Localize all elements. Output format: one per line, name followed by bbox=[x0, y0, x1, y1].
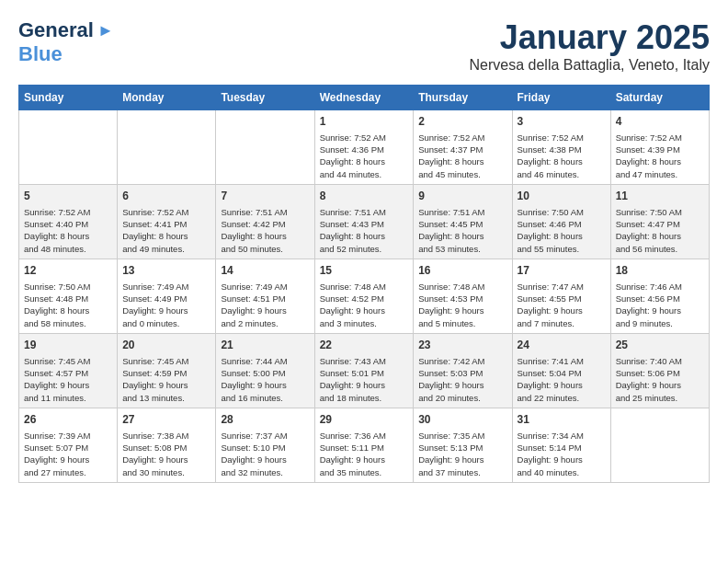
weekday-header-monday: Monday bbox=[118, 86, 216, 110]
day-number: 20 bbox=[122, 338, 210, 353]
day-number: 15 bbox=[320, 263, 409, 279]
weekday-header-sunday: Sunday bbox=[19, 86, 118, 110]
calendar-cell: 20Sunrise: 7:45 AM Sunset: 4:59 PM Dayli… bbox=[118, 333, 216, 408]
day-number: 28 bbox=[221, 412, 309, 428]
weekday-header-saturday: Saturday bbox=[610, 86, 709, 110]
day-info: Sunrise: 7:35 AM Sunset: 5:13 PM Dayligh… bbox=[418, 430, 506, 478]
calendar-cell: 9Sunrise: 7:51 AM Sunset: 4:45 PM Daylig… bbox=[414, 184, 512, 259]
logo-general: General bbox=[18, 18, 94, 42]
day-number: 19 bbox=[24, 338, 112, 353]
calendar-cell: 8Sunrise: 7:51 AM Sunset: 4:43 PM Daylig… bbox=[314, 184, 414, 259]
title-section: January 2025 Nervesa della Battaglia, Ve… bbox=[470, 18, 711, 74]
logo-bird-icon: ► bbox=[97, 21, 114, 40]
day-info: Sunrise: 7:49 AM Sunset: 4:49 PM Dayligh… bbox=[122, 281, 210, 329]
calendar-cell: 13Sunrise: 7:49 AM Sunset: 4:49 PM Dayli… bbox=[118, 259, 216, 333]
day-info: Sunrise: 7:50 AM Sunset: 4:46 PM Dayligh… bbox=[518, 206, 606, 255]
day-number: 6 bbox=[122, 189, 210, 204]
calendar-cell: 4Sunrise: 7:52 AM Sunset: 4:39 PM Daylig… bbox=[610, 110, 709, 185]
calendar-cell: 2Sunrise: 7:52 AM Sunset: 4:37 PM Daylig… bbox=[414, 110, 512, 185]
calendar-cell: 23Sunrise: 7:42 AM Sunset: 5:03 PM Dayli… bbox=[414, 333, 512, 408]
day-number: 23 bbox=[418, 338, 506, 353]
day-number: 31 bbox=[518, 412, 606, 428]
day-number: 3 bbox=[518, 114, 606, 130]
calendar-cell: 3Sunrise: 7:52 AM Sunset: 4:38 PM Daylig… bbox=[512, 110, 610, 185]
day-info: Sunrise: 7:52 AM Sunset: 4:36 PM Dayligh… bbox=[320, 132, 409, 180]
day-number: 8 bbox=[320, 189, 409, 204]
day-number: 2 bbox=[418, 114, 506, 130]
calendar-week-2: 5Sunrise: 7:52 AM Sunset: 4:40 PM Daylig… bbox=[19, 184, 710, 259]
calendar-cell: 15Sunrise: 7:48 AM Sunset: 4:52 PM Dayli… bbox=[314, 259, 414, 333]
day-info: Sunrise: 7:40 AM Sunset: 5:06 PM Dayligh… bbox=[616, 355, 704, 404]
day-info: Sunrise: 7:48 AM Sunset: 4:53 PM Dayligh… bbox=[418, 281, 506, 329]
day-number: 4 bbox=[616, 114, 704, 130]
calendar-cell: 24Sunrise: 7:41 AM Sunset: 5:04 PM Dayli… bbox=[512, 333, 610, 408]
day-number: 26 bbox=[24, 412, 112, 428]
day-number: 14 bbox=[221, 263, 309, 279]
day-number: 18 bbox=[616, 263, 704, 279]
calendar-week-5: 26Sunrise: 7:39 AM Sunset: 5:07 PM Dayli… bbox=[19, 408, 710, 482]
calendar-cell bbox=[19, 110, 118, 185]
day-number: 13 bbox=[122, 263, 210, 279]
day-number: 12 bbox=[24, 263, 112, 279]
weekday-header-friday: Friday bbox=[512, 86, 610, 110]
calendar-cell: 17Sunrise: 7:47 AM Sunset: 4:55 PM Dayli… bbox=[512, 259, 610, 333]
day-info: Sunrise: 7:51 AM Sunset: 4:45 PM Dayligh… bbox=[418, 206, 506, 255]
calendar-cell: 12Sunrise: 7:50 AM Sunset: 4:48 PM Dayli… bbox=[19, 259, 118, 333]
calendar-week-1: 1Sunrise: 7:52 AM Sunset: 4:36 PM Daylig… bbox=[19, 110, 710, 185]
day-info: Sunrise: 7:51 AM Sunset: 4:43 PM Dayligh… bbox=[320, 206, 409, 255]
day-number: 30 bbox=[418, 412, 506, 428]
calendar-cell bbox=[216, 110, 314, 185]
weekday-header-row: SundayMondayTuesdayWednesdayThursdayFrid… bbox=[19, 86, 710, 110]
day-number: 27 bbox=[122, 412, 210, 428]
day-number: 5 bbox=[24, 189, 112, 204]
day-info: Sunrise: 7:52 AM Sunset: 4:38 PM Dayligh… bbox=[518, 132, 606, 180]
day-info: Sunrise: 7:44 AM Sunset: 5:00 PM Dayligh… bbox=[221, 355, 309, 404]
day-info: Sunrise: 7:52 AM Sunset: 4:40 PM Dayligh… bbox=[24, 206, 112, 255]
calendar-cell: 1Sunrise: 7:52 AM Sunset: 4:36 PM Daylig… bbox=[314, 110, 414, 185]
day-info: Sunrise: 7:34 AM Sunset: 5:14 PM Dayligh… bbox=[518, 430, 606, 478]
day-number: 21 bbox=[221, 338, 309, 353]
calendar-cell: 31Sunrise: 7:34 AM Sunset: 5:14 PM Dayli… bbox=[512, 408, 610, 482]
calendar-cell: 7Sunrise: 7:51 AM Sunset: 4:42 PM Daylig… bbox=[216, 184, 314, 259]
day-info: Sunrise: 7:50 AM Sunset: 4:47 PM Dayligh… bbox=[616, 206, 704, 255]
day-info: Sunrise: 7:51 AM Sunset: 4:42 PM Dayligh… bbox=[221, 206, 309, 255]
day-info: Sunrise: 7:42 AM Sunset: 5:03 PM Dayligh… bbox=[418, 355, 506, 404]
day-info: Sunrise: 7:48 AM Sunset: 4:52 PM Dayligh… bbox=[320, 281, 409, 329]
day-info: Sunrise: 7:49 AM Sunset: 4:51 PM Dayligh… bbox=[221, 281, 309, 329]
calendar-cell: 14Sunrise: 7:49 AM Sunset: 4:51 PM Dayli… bbox=[216, 259, 314, 333]
calendar-table: SundayMondayTuesdayWednesdayThursdayFrid… bbox=[18, 85, 710, 483]
weekday-header-tuesday: Tuesday bbox=[216, 86, 314, 110]
day-number: 24 bbox=[518, 338, 606, 353]
location-subtitle: Nervesa della Battaglia, Veneto, Italy bbox=[470, 57, 711, 74]
calendar-cell bbox=[610, 408, 709, 482]
day-info: Sunrise: 7:50 AM Sunset: 4:48 PM Dayligh… bbox=[24, 281, 112, 329]
day-info: Sunrise: 7:36 AM Sunset: 5:11 PM Dayligh… bbox=[320, 430, 409, 478]
calendar-cell: 6Sunrise: 7:52 AM Sunset: 4:41 PM Daylig… bbox=[118, 184, 216, 259]
day-number: 7 bbox=[221, 189, 309, 204]
day-info: Sunrise: 7:43 AM Sunset: 5:01 PM Dayligh… bbox=[320, 355, 409, 404]
day-info: Sunrise: 7:46 AM Sunset: 4:56 PM Dayligh… bbox=[616, 281, 704, 329]
calendar-cell: 29Sunrise: 7:36 AM Sunset: 5:11 PM Dayli… bbox=[314, 408, 414, 482]
calendar-week-4: 19Sunrise: 7:45 AM Sunset: 4:57 PM Dayli… bbox=[19, 333, 710, 408]
day-info: Sunrise: 7:47 AM Sunset: 4:55 PM Dayligh… bbox=[518, 281, 606, 329]
day-info: Sunrise: 7:41 AM Sunset: 5:04 PM Dayligh… bbox=[518, 355, 606, 404]
day-number: 16 bbox=[418, 263, 506, 279]
calendar-cell: 22Sunrise: 7:43 AM Sunset: 5:01 PM Dayli… bbox=[314, 333, 414, 408]
page-header: General ► Blue January 2025 Nervesa dell… bbox=[18, 18, 710, 74]
logo-blue-text: Blue bbox=[18, 42, 63, 66]
calendar-cell: 19Sunrise: 7:45 AM Sunset: 4:57 PM Dayli… bbox=[19, 333, 118, 408]
day-number: 25 bbox=[616, 338, 704, 353]
weekday-header-wednesday: Wednesday bbox=[314, 86, 414, 110]
day-info: Sunrise: 7:52 AM Sunset: 4:39 PM Dayligh… bbox=[616, 132, 704, 180]
day-info: Sunrise: 7:37 AM Sunset: 5:10 PM Dayligh… bbox=[221, 430, 309, 478]
day-number: 22 bbox=[320, 338, 409, 353]
logo: General ► Blue bbox=[18, 18, 114, 66]
weekday-header-thursday: Thursday bbox=[414, 86, 512, 110]
day-info: Sunrise: 7:45 AM Sunset: 4:57 PM Dayligh… bbox=[24, 355, 112, 404]
day-number: 29 bbox=[320, 412, 409, 428]
day-info: Sunrise: 7:45 AM Sunset: 4:59 PM Dayligh… bbox=[122, 355, 210, 404]
calendar-cell: 11Sunrise: 7:50 AM Sunset: 4:47 PM Dayli… bbox=[610, 184, 709, 259]
calendar-cell: 27Sunrise: 7:38 AM Sunset: 5:08 PM Dayli… bbox=[118, 408, 216, 482]
calendar-cell: 18Sunrise: 7:46 AM Sunset: 4:56 PM Dayli… bbox=[610, 259, 709, 333]
calendar-cell: 28Sunrise: 7:37 AM Sunset: 5:10 PM Dayli… bbox=[216, 408, 314, 482]
